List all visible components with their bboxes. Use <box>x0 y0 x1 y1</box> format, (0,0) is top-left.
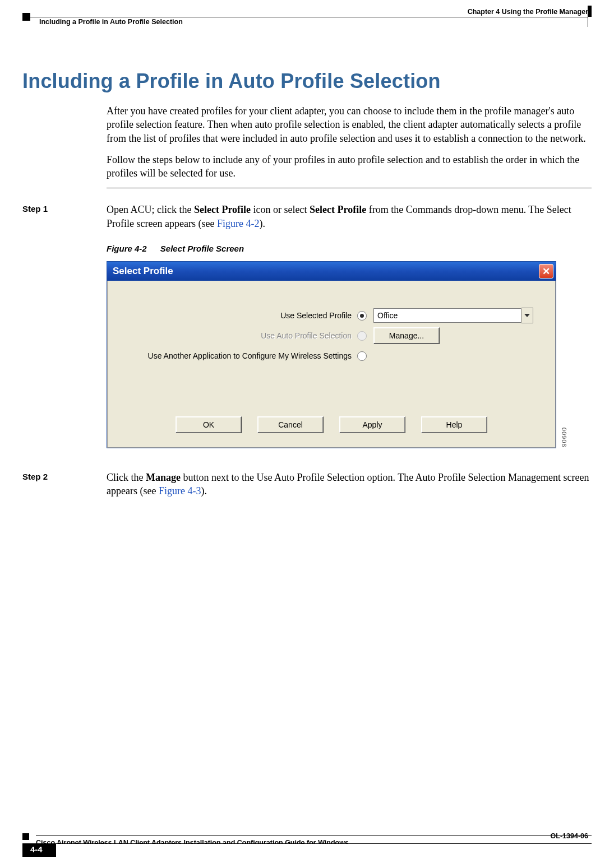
intro-block: After you have created profiles for your… <box>107 104 586 180</box>
step-1-bold-b: Select Profile <box>310 204 366 215</box>
opt3-radio[interactable] <box>357 351 367 361</box>
dialog-body: Use Selected Profile Office Use Auto Pro… <box>107 281 556 448</box>
step-2-text-a: Click the <box>107 472 146 483</box>
footer-doc-number: OL-1394-06 <box>551 832 588 840</box>
steps: Step 1 Open ACU; click the Select Profil… <box>22 203 592 498</box>
figure-image-id: 90600 <box>561 427 567 447</box>
select-profile-dialog: Select Profile ✕ Use Selected Profile Of… <box>107 261 556 448</box>
opt3-label: Use Another Application to Configure My … <box>116 351 357 360</box>
opt1-label: Use Selected Profile <box>116 311 357 320</box>
step-2-body: Click the Manage button next to the Use … <box>107 471 592 498</box>
cancel-button[interactable]: Cancel <box>257 416 324 433</box>
header-chapter: Chapter 4 Using the Profile Manager <box>468 8 588 16</box>
profile-combo[interactable]: Office <box>373 308 533 323</box>
content: Including a Profile in Auto Profile Sele… <box>22 69 592 498</box>
intro-p1: After you have created profiles for your… <box>107 104 586 145</box>
footer-bar: 4-4 OL-1394-06 <box>22 843 592 857</box>
figure-title: Select Profile Screen <box>160 244 244 253</box>
step-1-xref[interactable]: Figure 4-2 <box>217 218 260 229</box>
footer-bar-clip <box>56 843 592 857</box>
apply-button[interactable]: Apply <box>339 416 405 433</box>
ok-button[interactable]: OK <box>176 416 242 433</box>
chevron-down-icon[interactable] <box>521 308 533 323</box>
figure-number: Figure 4-2 <box>107 244 147 253</box>
dialog-titlebar: Select Profile ✕ <box>107 262 556 281</box>
header-ornament-left <box>22 13 30 21</box>
close-button[interactable]: ✕ <box>539 264 553 278</box>
dialog-button-row: OK Cancel Apply Help <box>116 416 547 437</box>
opt1-radio[interactable] <box>357 311 367 321</box>
opt2-radio[interactable] <box>357 331 367 341</box>
step-1-text-a: Open ACU; click the <box>107 204 194 215</box>
option-another-application: Use Another Application to Configure My … <box>116 346 547 366</box>
footer-rule <box>36 835 592 836</box>
header-ornament-right <box>588 6 592 17</box>
footer-page-number: 4-4 <box>30 844 43 854</box>
footer-ornament <box>22 833 29 840</box>
intro-p2: Follow the steps below to include any of… <box>107 153 586 180</box>
step-rule-top <box>107 188 592 188</box>
profile-combo-value[interactable]: Office <box>373 308 521 323</box>
step-1-label: Step 1 <box>22 203 107 230</box>
header-rule <box>22 17 588 17</box>
step-2-xref[interactable]: Figure 4-3 <box>159 485 201 496</box>
step-2-bold-a: Manage <box>146 472 181 483</box>
step-1-body: Open ACU; click the Select Profile icon … <box>107 203 592 230</box>
step-2-label: Step 2 <box>22 471 107 498</box>
step-1: Step 1 Open ACU; click the Select Profil… <box>22 203 592 230</box>
page-title: Including a Profile in Auto Profile Sele… <box>22 69 592 93</box>
figure-caption: Figure 4-2 Select Profile Screen <box>107 244 592 253</box>
option-use-selected-profile: Use Selected Profile Office <box>116 305 547 326</box>
dialog-title: Select Profile <box>113 266 173 277</box>
option-auto-profile-selection: Use Auto Profile Selection Manage... <box>116 326 547 346</box>
page-footer: Cisco Aironet Wireless LAN Client Adapte… <box>22 833 592 857</box>
step-1-text-d: ). <box>259 218 265 229</box>
step-2-text-c: ). <box>201 485 207 496</box>
manage-button[interactable]: Manage... <box>373 327 440 344</box>
opt2-label: Use Auto Profile Selection <box>116 331 357 340</box>
close-icon: ✕ <box>542 266 550 277</box>
step-1-bold-a: Select Profile <box>194 204 251 215</box>
step-1-text-b: icon or select <box>251 204 310 215</box>
figure-image: Select Profile ✕ Use Selected Profile Of… <box>107 261 566 448</box>
step-2: Step 2 Click the Manage button next to t… <box>22 471 592 498</box>
header-section: Including a Profile in Auto Profile Sele… <box>39 18 183 26</box>
running-header: Chapter 4 Using the Profile Manager Incl… <box>22 0 592 8</box>
page: Chapter 4 Using the Profile Manager Incl… <box>0 0 614 868</box>
help-button[interactable]: Help <box>421 416 487 433</box>
